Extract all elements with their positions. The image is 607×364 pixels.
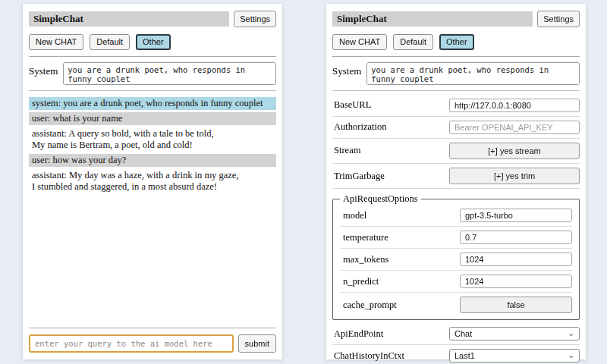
submit-button[interactable]: submit <box>238 334 276 353</box>
divider <box>332 90 580 91</box>
chevron-down-icon: ⌄ <box>568 330 574 337</box>
page-title: SimpleChat <box>332 11 533 27</box>
session-tab-default[interactable]: Default <box>90 34 130 49</box>
temperature-input[interactable] <box>460 231 572 244</box>
model-label: model <box>343 210 460 221</box>
temperature-label: temperature <box>343 232 460 243</box>
setting-row-trimgarbage: TrimGarbage [+] yes trim <box>332 164 580 189</box>
n-predict-label: n_predict <box>343 276 460 287</box>
trimgarbage-label: TrimGarbage <box>334 171 449 182</box>
setting-row-max-tokens: max_tokens <box>340 249 572 271</box>
trimgarbage-toggle-button[interactable]: [+] yes trim <box>449 168 580 184</box>
max-tokens-label: max_tokens <box>343 254 460 265</box>
divider <box>29 328 276 328</box>
setting-row-temperature: temperature <box>340 227 572 249</box>
session-tab-other[interactable]: Other <box>439 34 474 49</box>
stream-toggle-button[interactable]: [+] yes stream <box>449 143 580 159</box>
chat-history-selected-value: Last1 <box>454 351 475 360</box>
setting-row-chat-history: ChatHistoryInCtxt Last1 ⌄ <box>332 345 580 364</box>
chat-message-list: system: you are a drunk poet, who respon… <box>29 97 276 196</box>
setting-row-api-endpoint: ApiEndPoint Chat ⌄ <box>332 323 580 345</box>
system-prompt-input[interactable]: you are a drunk poet, who responds in fu… <box>366 62 580 85</box>
setting-row-stream: Stream [+] yes stream <box>332 139 580 164</box>
baseurl-label: BaseURL <box>334 99 449 111</box>
cache-prompt-toggle-button[interactable]: false <box>460 297 572 313</box>
setting-row-n-predict: n_predict <box>340 271 572 293</box>
api-request-options-fieldset: ApiRequestOptions model temperature max_… <box>332 193 580 320</box>
new-chat-button[interactable]: New CHAT <box>332 34 387 49</box>
page-title: SimpleChat <box>29 11 229 27</box>
system-label: System <box>29 62 58 85</box>
setting-row-baseurl: BaseURL <box>332 95 580 117</box>
chat-panel: SimpleChat Settings New CHAT Default Oth… <box>23 4 282 359</box>
setting-row-model: model <box>340 205 572 227</box>
system-label: System <box>332 62 361 85</box>
divider <box>29 90 276 91</box>
new-chat-button[interactable]: New CHAT <box>29 34 83 49</box>
chat-message-user: user: how was your day? <box>29 154 276 167</box>
query-row: submit <box>29 334 276 353</box>
baseurl-input[interactable] <box>449 99 580 112</box>
page: SimpleChat Settings New CHAT Default Oth… <box>0 0 607 364</box>
n-predict-input[interactable] <box>460 275 572 288</box>
model-input[interactable] <box>460 209 572 222</box>
authorization-input[interactable] <box>449 121 580 134</box>
settings-button[interactable]: Settings <box>234 11 276 27</box>
authorization-label: Authorization <box>334 121 449 133</box>
query-input[interactable] <box>29 334 234 353</box>
setting-row-cache-prompt: cache_prompt false <box>340 293 572 317</box>
chat-message-assistant: assistant: My day was a haze, with a dri… <box>29 169 276 193</box>
api-request-options-legend: ApiRequestOptions <box>340 193 421 205</box>
chat-panel-header: SimpleChat Settings <box>29 11 276 27</box>
api-endpoint-select[interactable]: Chat ⌄ <box>449 327 580 340</box>
session-tab-default[interactable]: Default <box>393 34 433 49</box>
stream-label: Stream <box>334 145 449 156</box>
api-endpoint-selected-value: Chat <box>454 329 472 338</box>
chat-message-assistant: assistant: A query so bold, with a tale … <box>29 127 276 152</box>
chevron-down-icon: ⌄ <box>568 352 574 359</box>
api-endpoint-label: ApiEndPoint <box>334 328 449 340</box>
chat-message-system: system: you are a drunk poet, who respon… <box>29 97 276 110</box>
max-tokens-input[interactable] <box>460 253 572 266</box>
chat-message-user: user: what is your name <box>29 112 276 125</box>
chat-history-label: ChatHistoryInCtxt <box>334 350 449 362</box>
chat-history-select[interactable]: Last1 ⌄ <box>449 349 580 362</box>
session-tab-other[interactable]: Other <box>136 34 171 49</box>
chat-toolbar: New CHAT Default Other <box>29 34 276 49</box>
setting-row-authorization: Authorization <box>332 117 580 139</box>
settings-toolbar: New CHAT Default Other <box>332 34 580 49</box>
spacer <box>29 196 276 322</box>
settings-panel-header: SimpleChat Settings <box>332 11 580 27</box>
system-prompt-row: System you are a drunk poet, who respond… <box>29 62 276 85</box>
cache-prompt-label: cache_prompt <box>343 300 460 311</box>
divider <box>29 56 276 57</box>
settings-panel: SimpleChat Settings New CHAT Default Oth… <box>326 4 586 359</box>
settings-button[interactable]: Settings <box>537 11 580 27</box>
system-prompt-input[interactable]: you are a drunk poet, who responds in fu… <box>63 62 276 85</box>
divider <box>332 56 580 57</box>
system-prompt-row: System you are a drunk poet, who respond… <box>332 62 580 85</box>
